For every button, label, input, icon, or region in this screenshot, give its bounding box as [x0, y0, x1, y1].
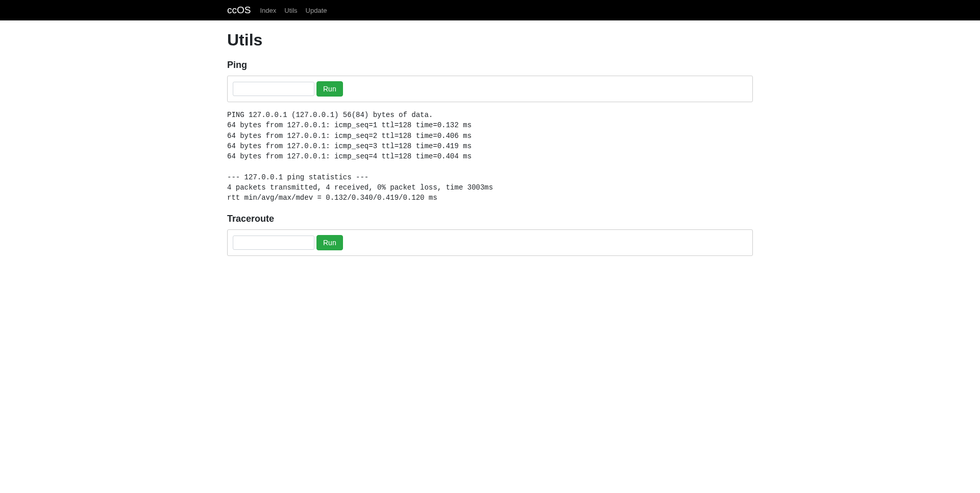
ping-output: PING 127.0.0.1 (127.0.0.1) 56(84) bytes …	[227, 110, 753, 203]
nav-link-utils[interactable]: Utils	[284, 7, 297, 14]
ping-panel: Run	[227, 76, 753, 102]
navbar: ccOS Index Utils Update	[0, 0, 980, 20]
nav-link-update[interactable]: Update	[306, 7, 327, 14]
main-container: Utils Ping Run PING 127.0.0.1 (127.0.0.1…	[227, 20, 753, 256]
ping-run-button[interactable]: Run	[316, 81, 343, 97]
navbar-brand[interactable]: ccOS	[227, 5, 251, 16]
traceroute-input[interactable]	[233, 236, 314, 250]
navbar-nav: Index Utils Update	[260, 6, 335, 14]
ping-input[interactable]	[233, 82, 314, 96]
traceroute-run-button[interactable]: Run	[316, 235, 343, 250]
traceroute-heading: Traceroute	[227, 214, 753, 224]
page-title: Utils	[227, 31, 753, 50]
ping-heading: Ping	[227, 60, 753, 71]
traceroute-panel: Run	[227, 229, 753, 256]
navbar-inner: ccOS Index Utils Update	[227, 5, 753, 16]
nav-link-index[interactable]: Index	[260, 7, 276, 14]
